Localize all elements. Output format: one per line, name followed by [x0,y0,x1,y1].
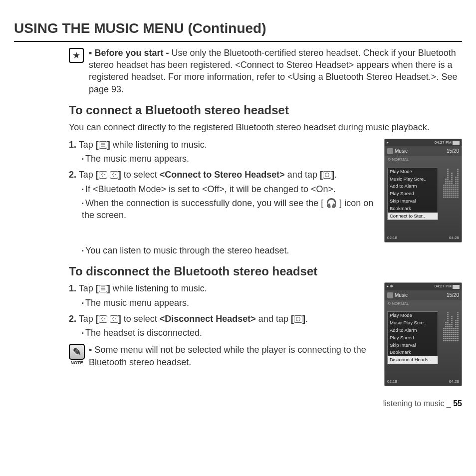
equalizer-icon [443,168,459,198]
screen-preview-disconnect: ▸ ⊕04:27 PM Music15/20 ⟲ NORMAL Play Mod… [384,282,462,386]
s1-step2: 2. Tap [ ] to select <Connect to Stereo … [69,169,375,221]
svg-point-9 [113,173,114,174]
page-title: USING THE MUSIC MENU (Continued) [14,19,462,42]
svg-point-15 [101,318,102,319]
up-down-icon [99,171,107,179]
page-footer: listening to music _ 55 [14,398,462,409]
menu-item-selected: Connect to Ster.. [388,213,438,220]
svg-point-11 [325,173,329,177]
svg-point-4 [104,174,105,175]
svg-point-21 [113,317,114,318]
s1-step1: 1. Tap [] while listening to music. The … [69,139,375,165]
svg-point-8 [115,174,116,175]
svg-point-6 [102,176,103,177]
up-down-icon [110,315,118,323]
svg-point-23 [296,317,300,321]
s2-step1: 1. Tap [] while listening to music. The … [69,282,375,309]
svg-point-7 [112,174,113,175]
music-icon [387,292,393,298]
s1-sub2c: You can listen to music through the ster… [82,244,462,256]
note-block: ✎ NOTE ▪ Some menu will not be selected … [69,344,375,368]
screen-preview-connect: ▸04:27 PM Music15/20 ⟲ NORMAL Play Mode … [384,139,462,242]
equalizer-icon [443,311,459,341]
select-button-icon [294,315,302,323]
s2-step2: 2. Tap [ ] to select <Disconnect Headset… [69,313,375,339]
svg-point-3 [101,174,102,175]
disconnect-heading: To disconnect the Bluetooth stereo heads… [69,263,462,279]
select-button-icon [323,171,331,179]
music-menu: Play Mode Music Play Scre.. Add to Alarm… [387,311,438,364]
menu-button-icon [99,141,107,149]
svg-point-19 [112,318,113,319]
note-icon: ✎ [69,344,85,360]
svg-point-22 [113,320,114,321]
svg-point-18 [102,320,103,321]
svg-point-10 [113,176,114,177]
music-icon [387,148,393,154]
connect-heading: To connect a Bluetooth stereo headset [69,102,462,118]
menu-item-selected: Disconnect Heads.. [388,356,438,364]
connect-intro: You can connect directly to the register… [69,121,462,133]
svg-point-17 [102,317,103,318]
up-down-icon [110,171,118,179]
svg-point-16 [104,318,105,319]
music-menu: Play Mode Music Play Scre.. Add to Alarm… [387,168,438,221]
up-down-icon [99,315,107,323]
menu-button-icon [99,285,107,292]
svg-point-5 [102,173,103,174]
svg-point-20 [115,318,116,319]
star-icon: ★ [69,48,84,63]
before-you-start-text: ▪ Before you start - Use only the Blueto… [89,47,462,95]
